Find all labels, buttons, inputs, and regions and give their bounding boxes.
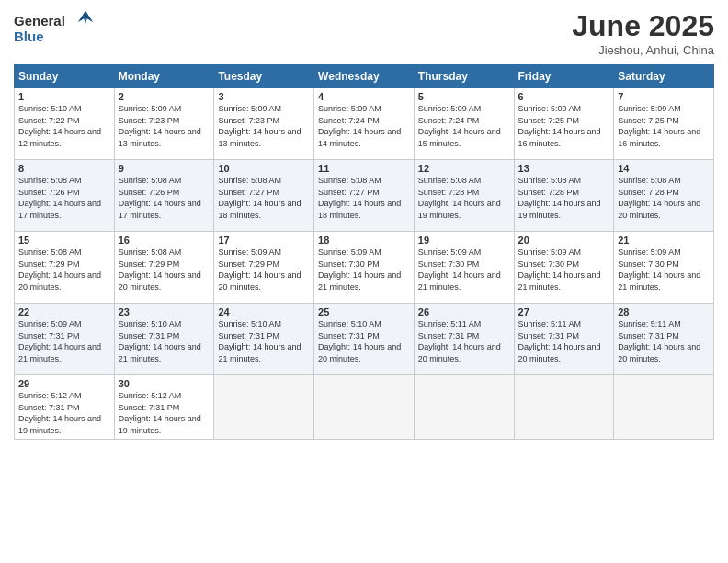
day-info: Sunrise: 5:08 AM Sunset: 7:28 PM Dayligh… [618, 175, 710, 221]
table-cell: 7Sunrise: 5:09 AM Sunset: 7:25 PM Daylig… [614, 88, 714, 160]
day-number: 18 [318, 235, 410, 246]
day-number: 1 [18, 91, 110, 102]
table-cell: 18Sunrise: 5:09 AM Sunset: 7:30 PM Dayli… [314, 232, 415, 304]
table-cell [614, 375, 714, 440]
col-monday: Monday [114, 65, 214, 88]
day-info: Sunrise: 5:09 AM Sunset: 7:31 PM Dayligh… [18, 318, 110, 364]
table-cell: 13Sunrise: 5:08 AM Sunset: 7:28 PM Dayli… [514, 160, 614, 232]
day-number: 3 [218, 91, 310, 102]
day-number: 8 [18, 163, 110, 174]
day-info: Sunrise: 5:10 AM Sunset: 7:31 PM Dayligh… [119, 318, 210, 364]
day-info: Sunrise: 5:09 AM Sunset: 7:25 PM Dayligh… [618, 103, 710, 149]
day-number: 7 [618, 91, 710, 102]
day-info: Sunrise: 5:08 AM Sunset: 7:29 PM Dayligh… [18, 247, 110, 293]
table-cell: 30Sunrise: 5:12 AM Sunset: 7:31 PM Dayli… [114, 375, 214, 440]
table-cell: 8Sunrise: 5:08 AM Sunset: 7:26 PM Daylig… [15, 160, 115, 232]
day-info: Sunrise: 5:09 AM Sunset: 7:23 PM Dayligh… [218, 103, 310, 149]
table-cell: 10Sunrise: 5:08 AM Sunset: 7:27 PM Dayli… [214, 160, 314, 232]
day-info: Sunrise: 5:09 AM Sunset: 7:24 PM Dayligh… [418, 103, 510, 149]
day-info: Sunrise: 5:12 AM Sunset: 7:31 PM Dayligh… [18, 390, 110, 436]
day-info: Sunrise: 5:09 AM Sunset: 7:30 PM Dayligh… [318, 247, 410, 293]
table-cell [414, 375, 514, 440]
col-saturday: Saturday [614, 65, 714, 88]
day-info: Sunrise: 5:11 AM Sunset: 7:31 PM Dayligh… [518, 318, 610, 364]
day-info: Sunrise: 5:09 AM Sunset: 7:24 PM Dayligh… [318, 103, 410, 149]
table-cell: 4Sunrise: 5:09 AM Sunset: 7:24 PM Daylig… [314, 88, 415, 160]
table-cell: 27Sunrise: 5:11 AM Sunset: 7:31 PM Dayli… [514, 304, 614, 375]
month-title: June 2025 [572, 9, 714, 43]
day-info: Sunrise: 5:08 AM Sunset: 7:26 PM Dayligh… [119, 175, 210, 221]
day-info: Sunrise: 5:08 AM Sunset: 7:27 PM Dayligh… [318, 175, 410, 221]
day-info: Sunrise: 5:11 AM Sunset: 7:31 PM Dayligh… [618, 318, 710, 364]
page: General Blue June 2025 Jieshou, Anhui, C… [0, 0, 728, 563]
day-info: Sunrise: 5:08 AM Sunset: 7:27 PM Dayligh… [218, 175, 310, 221]
day-number: 19 [418, 235, 510, 246]
col-thursday: Thursday [414, 65, 514, 88]
day-number: 2 [119, 91, 210, 102]
day-info: Sunrise: 5:11 AM Sunset: 7:31 PM Dayligh… [418, 318, 510, 364]
day-number: 26 [418, 306, 510, 317]
day-info: Sunrise: 5:08 AM Sunset: 7:29 PM Dayligh… [119, 247, 210, 293]
table-cell: 22Sunrise: 5:09 AM Sunset: 7:31 PM Dayli… [15, 304, 115, 375]
day-number: 6 [518, 91, 610, 102]
table-cell: 26Sunrise: 5:11 AM Sunset: 7:31 PM Dayli… [414, 304, 514, 375]
day-number: 4 [318, 91, 410, 102]
day-info: Sunrise: 5:10 AM Sunset: 7:31 PM Dayligh… [318, 318, 410, 364]
table-cell: 15Sunrise: 5:08 AM Sunset: 7:29 PM Dayli… [15, 232, 115, 304]
day-number: 22 [18, 306, 110, 317]
table-cell: 23Sunrise: 5:10 AM Sunset: 7:31 PM Dayli… [114, 304, 214, 375]
day-number: 14 [618, 163, 710, 174]
col-sunday: Sunday [15, 65, 115, 88]
table-cell [314, 375, 415, 440]
table-cell: 21Sunrise: 5:09 AM Sunset: 7:30 PM Dayli… [614, 232, 714, 304]
table-cell: 6Sunrise: 5:09 AM Sunset: 7:25 PM Daylig… [514, 88, 614, 160]
table-cell: 17Sunrise: 5:09 AM Sunset: 7:29 PM Dayli… [214, 232, 314, 304]
table-cell: 11Sunrise: 5:08 AM Sunset: 7:27 PM Dayli… [314, 160, 415, 232]
day-number: 9 [119, 163, 210, 174]
day-number: 25 [318, 306, 410, 317]
table-cell: 2Sunrise: 5:09 AM Sunset: 7:23 PM Daylig… [114, 88, 214, 160]
day-info: Sunrise: 5:09 AM Sunset: 7:30 PM Dayligh… [518, 247, 610, 293]
col-tuesday: Tuesday [214, 65, 314, 88]
location: Jieshou, Anhui, China [572, 43, 714, 57]
table-cell: 1Sunrise: 5:10 AM Sunset: 7:22 PM Daylig… [15, 88, 115, 160]
day-number: 28 [618, 306, 710, 317]
header: General Blue June 2025 Jieshou, Anhui, C… [14, 9, 714, 57]
calendar: Sunday Monday Tuesday Wednesday Thursday… [14, 64, 714, 440]
day-info: Sunrise: 5:09 AM Sunset: 7:25 PM Dayligh… [518, 103, 610, 149]
day-number: 30 [119, 378, 210, 389]
table-cell: 25Sunrise: 5:10 AM Sunset: 7:31 PM Dayli… [314, 304, 415, 375]
table-cell: 12Sunrise: 5:08 AM Sunset: 7:28 PM Dayli… [414, 160, 514, 232]
day-number: 13 [518, 163, 610, 174]
table-cell: 14Sunrise: 5:08 AM Sunset: 7:28 PM Dayli… [614, 160, 714, 232]
table-cell: 28Sunrise: 5:11 AM Sunset: 7:31 PM Dayli… [614, 304, 714, 375]
day-info: Sunrise: 5:09 AM Sunset: 7:30 PM Dayligh… [418, 247, 510, 293]
day-info: Sunrise: 5:09 AM Sunset: 7:30 PM Dayligh… [618, 247, 710, 293]
day-number: 29 [18, 378, 110, 389]
table-cell: 16Sunrise: 5:08 AM Sunset: 7:29 PM Dayli… [114, 232, 214, 304]
table-cell: 3Sunrise: 5:09 AM Sunset: 7:23 PM Daylig… [214, 88, 314, 160]
table-cell [514, 375, 614, 440]
svg-text:General: General [14, 13, 65, 29]
col-friday: Friday [514, 65, 614, 88]
col-wednesday: Wednesday [314, 65, 415, 88]
day-number: 21 [618, 235, 710, 246]
day-info: Sunrise: 5:10 AM Sunset: 7:22 PM Dayligh… [18, 103, 110, 149]
table-cell: 24Sunrise: 5:10 AM Sunset: 7:31 PM Dayli… [214, 304, 314, 375]
day-info: Sunrise: 5:09 AM Sunset: 7:23 PM Dayligh… [119, 103, 210, 149]
day-info: Sunrise: 5:08 AM Sunset: 7:28 PM Dayligh… [518, 175, 610, 221]
day-number: 17 [218, 235, 310, 246]
day-number: 24 [218, 306, 310, 317]
table-cell: 19Sunrise: 5:09 AM Sunset: 7:30 PM Dayli… [414, 232, 514, 304]
day-info: Sunrise: 5:08 AM Sunset: 7:26 PM Dayligh… [18, 175, 110, 221]
day-info: Sunrise: 5:12 AM Sunset: 7:31 PM Dayligh… [119, 390, 210, 436]
svg-text:Blue: Blue [14, 29, 44, 44]
day-number: 23 [119, 306, 210, 317]
table-cell: 29Sunrise: 5:12 AM Sunset: 7:31 PM Dayli… [15, 375, 115, 440]
day-info: Sunrise: 5:08 AM Sunset: 7:28 PM Dayligh… [418, 175, 510, 221]
day-number: 10 [218, 163, 310, 174]
day-number: 15 [18, 235, 110, 246]
title-block: June 2025 Jieshou, Anhui, China [572, 9, 714, 57]
logo: General Blue [14, 9, 97, 46]
day-number: 16 [119, 235, 210, 246]
